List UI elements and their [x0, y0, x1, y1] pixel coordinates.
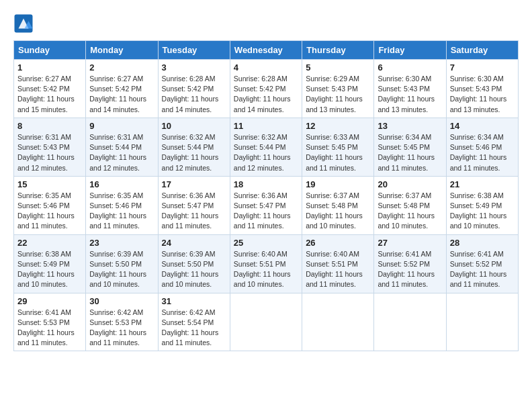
day-number: 9 — [89, 121, 154, 131]
col-header-wednesday: Wednesday — [230, 41, 302, 60]
calendar-week-4: 22Sunrise: 6:38 AM Sunset: 5:49 PM Dayli… — [14, 234, 519, 293]
cell-text: Sunrise: 6:31 AM Sunset: 5:44 PM Dayligh… — [89, 132, 154, 173]
day-number: 25 — [234, 238, 298, 248]
calendar-cell: 12Sunrise: 6:33 AM Sunset: 5:45 PM Dayli… — [302, 118, 374, 176]
calendar-cell: 9Sunrise: 6:31 AM Sunset: 5:44 PM Daylig… — [86, 118, 158, 176]
day-number: 12 — [306, 121, 370, 131]
calendar-week-5: 29Sunrise: 6:41 AM Sunset: 5:53 PM Dayli… — [14, 293, 519, 351]
cell-text: Sunrise: 6:34 AM Sunset: 5:45 PM Dayligh… — [378, 132, 442, 173]
cell-text: Sunrise: 6:27 AM Sunset: 5:42 PM Dayligh… — [89, 74, 154, 115]
cell-text: Sunrise: 6:42 AM Sunset: 5:54 PM Dayligh… — [162, 308, 226, 349]
col-header-sunday: Sunday — [14, 41, 86, 60]
calendar-cell: 19Sunrise: 6:37 AM Sunset: 5:48 PM Dayli… — [302, 176, 374, 234]
day-number: 15 — [17, 179, 82, 189]
cell-text: Sunrise: 6:29 AM Sunset: 5:43 PM Dayligh… — [306, 74, 370, 115]
calendar-week-1: 1Sunrise: 6:27 AM Sunset: 5:42 PM Daylig… — [14, 60, 519, 118]
col-header-monday: Monday — [86, 41, 158, 60]
day-number: 4 — [234, 62, 298, 73]
cell-text: Sunrise: 6:30 AM Sunset: 5:43 PM Dayligh… — [450, 74, 515, 115]
calendar-cell: 26Sunrise: 6:40 AM Sunset: 5:51 PM Dayli… — [302, 234, 374, 293]
calendar-cell: 18Sunrise: 6:36 AM Sunset: 5:47 PM Dayli… — [230, 176, 302, 234]
day-number: 6 — [378, 62, 442, 73]
cell-text: Sunrise: 6:36 AM Sunset: 5:47 PM Dayligh… — [162, 191, 226, 232]
cell-text: Sunrise: 6:40 AM Sunset: 5:51 PM Dayligh… — [234, 249, 298, 290]
calendar-cell: 15Sunrise: 6:35 AM Sunset: 5:46 PM Dayli… — [14, 176, 86, 234]
cell-text: Sunrise: 6:30 AM Sunset: 5:43 PM Dayligh… — [378, 74, 442, 115]
day-number: 10 — [162, 121, 226, 131]
calendar-cell: 11Sunrise: 6:32 AM Sunset: 5:44 PM Dayli… — [230, 118, 302, 176]
calendar-cell: 21Sunrise: 6:38 AM Sunset: 5:49 PM Dayli… — [446, 176, 518, 234]
cell-text: Sunrise: 6:35 AM Sunset: 5:46 PM Dayligh… — [17, 191, 82, 232]
calendar-week-2: 8Sunrise: 6:31 AM Sunset: 5:43 PM Daylig… — [14, 118, 519, 176]
calendar-cell: 24Sunrise: 6:39 AM Sunset: 5:50 PM Dayli… — [158, 234, 230, 293]
day-number: 7 — [450, 62, 515, 73]
cell-text: Sunrise: 6:42 AM Sunset: 5:53 PM Dayligh… — [89, 308, 154, 349]
calendar-cell: 4Sunrise: 6:28 AM Sunset: 5:42 PM Daylig… — [230, 60, 302, 118]
day-number: 18 — [234, 179, 298, 189]
calendar-cell: 31Sunrise: 6:42 AM Sunset: 5:54 PM Dayli… — [158, 293, 230, 351]
cell-text: Sunrise: 6:35 AM Sunset: 5:46 PM Dayligh… — [89, 191, 154, 232]
day-number: 16 — [89, 179, 154, 189]
cell-text: Sunrise: 6:28 AM Sunset: 5:42 PM Dayligh… — [234, 74, 298, 115]
day-number: 3 — [162, 62, 226, 73]
logo-icon — [13, 13, 34, 34]
cell-text: Sunrise: 6:36 AM Sunset: 5:47 PM Dayligh… — [234, 191, 298, 232]
cell-text: Sunrise: 6:37 AM Sunset: 5:48 PM Dayligh… — [378, 191, 442, 232]
day-number: 28 — [450, 238, 515, 248]
calendar-cell — [230, 293, 302, 351]
cell-text: Sunrise: 6:41 AM Sunset: 5:53 PM Dayligh… — [17, 308, 82, 349]
calendar-cell: 7Sunrise: 6:30 AM Sunset: 5:43 PM Daylig… — [446, 60, 518, 118]
day-number: 5 — [306, 62, 370, 73]
col-header-tuesday: Tuesday — [158, 41, 230, 60]
cell-text: Sunrise: 6:32 AM Sunset: 5:44 PM Dayligh… — [234, 132, 298, 173]
logo — [13, 13, 36, 34]
calendar-cell: 13Sunrise: 6:34 AM Sunset: 5:45 PM Dayli… — [374, 118, 446, 176]
calendar-cell: 2Sunrise: 6:27 AM Sunset: 5:42 PM Daylig… — [86, 60, 158, 118]
cell-text: Sunrise: 6:39 AM Sunset: 5:50 PM Dayligh… — [89, 249, 154, 290]
calendar-cell: 3Sunrise: 6:28 AM Sunset: 5:42 PM Daylig… — [158, 60, 230, 118]
day-number: 23 — [89, 238, 154, 248]
day-number: 20 — [378, 179, 442, 189]
cell-text: Sunrise: 6:39 AM Sunset: 5:50 PM Dayligh… — [162, 249, 226, 290]
day-number: 19 — [306, 179, 370, 189]
day-number: 30 — [89, 296, 154, 306]
calendar-cell: 25Sunrise: 6:40 AM Sunset: 5:51 PM Dayli… — [230, 234, 302, 293]
day-number: 2 — [89, 62, 154, 73]
cell-text: Sunrise: 6:40 AM Sunset: 5:51 PM Dayligh… — [306, 249, 370, 290]
day-number: 17 — [162, 179, 226, 189]
calendar-table: SundayMondayTuesdayWednesdayThursdayFrid… — [13, 40, 519, 351]
day-number: 26 — [306, 238, 370, 248]
calendar-cell: 16Sunrise: 6:35 AM Sunset: 5:46 PM Dayli… — [86, 176, 158, 234]
calendar-cell: 23Sunrise: 6:39 AM Sunset: 5:50 PM Dayli… — [86, 234, 158, 293]
day-number: 1 — [17, 62, 82, 73]
calendar-cell — [374, 293, 446, 351]
cell-text: Sunrise: 6:32 AM Sunset: 5:44 PM Dayligh… — [162, 132, 226, 173]
day-number: 13 — [378, 121, 442, 131]
day-number: 21 — [450, 179, 515, 189]
cell-text: Sunrise: 6:34 AM Sunset: 5:46 PM Dayligh… — [450, 132, 515, 173]
calendar-cell: 20Sunrise: 6:37 AM Sunset: 5:48 PM Dayli… — [374, 176, 446, 234]
day-number: 11 — [234, 121, 298, 131]
calendar-cell: 5Sunrise: 6:29 AM Sunset: 5:43 PM Daylig… — [302, 60, 374, 118]
calendar-cell: 29Sunrise: 6:41 AM Sunset: 5:53 PM Dayli… — [14, 293, 86, 351]
cell-text: Sunrise: 6:41 AM Sunset: 5:52 PM Dayligh… — [450, 249, 515, 290]
day-number: 31 — [162, 296, 226, 306]
cell-text: Sunrise: 6:41 AM Sunset: 5:52 PM Dayligh… — [378, 249, 442, 290]
calendar-cell: 14Sunrise: 6:34 AM Sunset: 5:46 PM Dayli… — [446, 118, 518, 176]
day-number: 27 — [378, 238, 442, 248]
page-header — [13, 13, 519, 34]
calendar-cell: 27Sunrise: 6:41 AM Sunset: 5:52 PM Dayli… — [374, 234, 446, 293]
calendar-header-row: SundayMondayTuesdayWednesdayThursdayFrid… — [14, 41, 519, 60]
calendar-cell: 1Sunrise: 6:27 AM Sunset: 5:42 PM Daylig… — [14, 60, 86, 118]
calendar-cell — [302, 293, 374, 351]
day-number: 22 — [17, 238, 82, 248]
cell-text: Sunrise: 6:31 AM Sunset: 5:43 PM Dayligh… — [17, 132, 82, 173]
day-number: 29 — [17, 296, 82, 306]
calendar-cell: 22Sunrise: 6:38 AM Sunset: 5:49 PM Dayli… — [14, 234, 86, 293]
cell-text: Sunrise: 6:38 AM Sunset: 5:49 PM Dayligh… — [17, 249, 82, 290]
calendar-cell: 17Sunrise: 6:36 AM Sunset: 5:47 PM Dayli… — [158, 176, 230, 234]
calendar-cell: 6Sunrise: 6:30 AM Sunset: 5:43 PM Daylig… — [374, 60, 446, 118]
cell-text: Sunrise: 6:27 AM Sunset: 5:42 PM Dayligh… — [17, 74, 82, 115]
calendar-week-3: 15Sunrise: 6:35 AM Sunset: 5:46 PM Dayli… — [14, 176, 519, 234]
calendar-cell: 10Sunrise: 6:32 AM Sunset: 5:44 PM Dayli… — [158, 118, 230, 176]
